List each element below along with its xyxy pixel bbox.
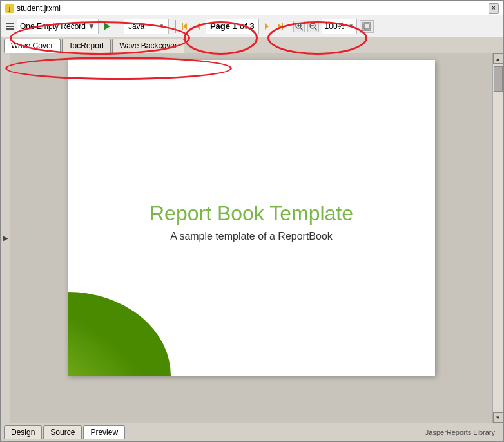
first-page-button[interactable] xyxy=(180,21,190,32)
bottom-tabs-bar: Design Source Preview JasperReports Libr… xyxy=(1,423,503,441)
svg-rect-8 xyxy=(282,23,283,30)
language-dropdown-arrow: ▼ xyxy=(159,23,164,29)
last-page-button[interactable] xyxy=(275,21,285,32)
fit-page-button[interactable] xyxy=(360,20,374,33)
next-page-button[interactable] xyxy=(262,21,272,32)
page-indicator: Page 1 of 3 xyxy=(206,19,259,34)
svg-rect-2 xyxy=(6,28,14,30)
tab-wave-backcover[interactable]: Wave Backcover xyxy=(112,39,184,53)
record-dropdown[interactable]: One Empty Record ▼ xyxy=(17,19,99,34)
records-icon xyxy=(5,22,14,31)
run-button[interactable] xyxy=(101,21,113,32)
close-button[interactable]: × xyxy=(489,3,499,14)
svg-point-18 xyxy=(68,292,171,376)
svg-marker-5 xyxy=(196,23,200,30)
tab-toc-report[interactable]: TocReport xyxy=(62,39,111,53)
prev-page-button[interactable] xyxy=(193,21,203,32)
tab-preview-label: Preview xyxy=(90,428,118,437)
zoom-level: 100% xyxy=(325,22,345,31)
tab-wave-backcover-label: Wave Backcover xyxy=(119,41,177,50)
content-area: ▶ xyxy=(1,53,503,423)
left-panel-toggle[interactable]: ▶ xyxy=(1,53,10,423)
svg-rect-0 xyxy=(6,23,14,24)
window-title: student.jrxml xyxy=(17,4,486,13)
tab-design-label: Design xyxy=(11,428,35,437)
svg-line-14 xyxy=(315,28,317,30)
record-label: One Empty Record xyxy=(20,22,86,31)
sub-tabs-bar: Wave Cover TocReport Wave Backcover xyxy=(1,37,503,53)
zoom-in-button[interactable] xyxy=(293,21,305,32)
document-page: Report Book Template A sample template o… xyxy=(68,60,435,376)
report-title: Report Book Template xyxy=(150,202,353,226)
svg-line-10 xyxy=(300,28,303,30)
play-icon xyxy=(104,23,110,30)
record-dropdown-arrow: ▼ xyxy=(88,22,95,31)
scrollbar-thumb[interactable] xyxy=(494,66,503,92)
page-display: Page 1 of 3 xyxy=(210,21,255,31)
separator-2 xyxy=(175,20,176,33)
tab-source-label: Source xyxy=(50,428,75,437)
zoom-dropdown[interactable]: 100% ▼ xyxy=(322,19,357,34)
zoom-out-button[interactable] xyxy=(307,21,319,32)
report-subtitle: A sample template of a ReportBook xyxy=(170,231,333,242)
tab-wave-cover-label: Wave Cover xyxy=(11,41,53,50)
separator-1 xyxy=(117,20,117,33)
main-window: j student.jrxml × One Empty Record ▼ Jav… xyxy=(0,0,504,442)
file-icon: j xyxy=(5,4,14,13)
left-panel-arrow: ▶ xyxy=(3,235,8,242)
scrollbar-track[interactable] xyxy=(493,64,503,412)
tab-toc-report-label: TocReport xyxy=(69,41,104,50)
separator-3 xyxy=(289,20,289,33)
tab-wave-cover[interactable]: Wave Cover xyxy=(4,39,61,53)
toolbar: One Empty Record ▼ Java ▼ Page 1 of 3 xyxy=(1,15,503,37)
zoom-dropdown-arrow: ▼ xyxy=(349,23,354,29)
language-dropdown[interactable]: Java ▼ xyxy=(124,19,169,34)
status-text: JasperReports Library xyxy=(425,428,500,436)
title-bar: j student.jrxml × xyxy=(1,1,503,15)
scroll-down-button[interactable]: ▼ xyxy=(493,412,503,423)
wave-decoration xyxy=(68,292,171,376)
svg-rect-1 xyxy=(6,26,14,27)
svg-marker-6 xyxy=(265,23,269,30)
tab-preview[interactable]: Preview xyxy=(83,425,125,439)
tab-design[interactable]: Design xyxy=(4,425,42,439)
svg-marker-7 xyxy=(278,23,282,30)
svg-rect-17 xyxy=(364,24,369,29)
tab-source[interactable]: Source xyxy=(43,425,82,439)
vertical-scrollbar[interactable]: ▲ ▼ xyxy=(492,53,503,423)
svg-rect-4 xyxy=(182,23,183,30)
svg-marker-3 xyxy=(183,23,187,30)
scroll-up-button[interactable]: ▲ xyxy=(493,53,503,64)
page-viewer[interactable]: Report Book Template A sample template o… xyxy=(10,53,492,423)
page-content: Report Book Template A sample template o… xyxy=(81,73,422,242)
language-label: Java xyxy=(128,22,144,31)
